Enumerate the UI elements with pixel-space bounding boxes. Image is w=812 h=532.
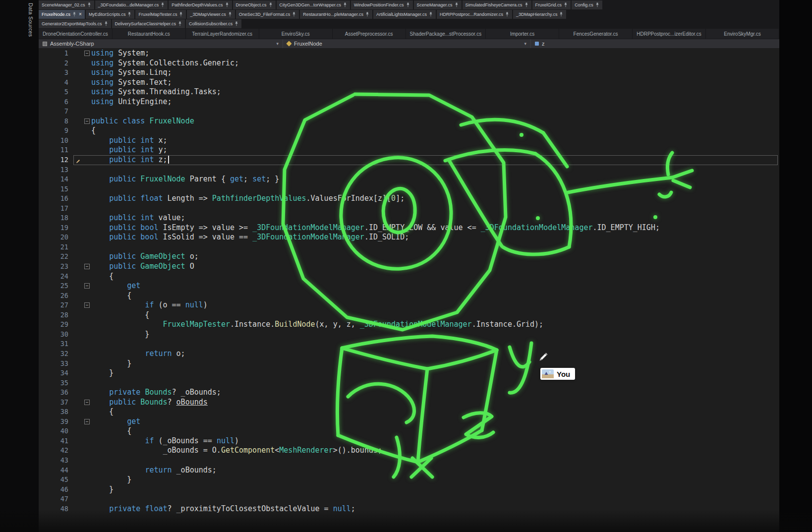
tab-shaderpackage-stprocessor-cs[interactable]: ShaderPackage...stProcessor.cs [406,29,486,39]
line-number[interactable]: 19 [39,223,73,233]
code-line-40[interactable]: 40 { [39,426,779,436]
line-number[interactable]: 16 [39,194,73,204]
pin-icon[interactable] [292,12,296,17]
tab-fruxelgrid-cs[interactable]: FruxelGrid.cs [532,0,571,9]
code-line-29[interactable]: 29 FruxelMapTester.Instance.BuildNode(x,… [39,320,779,330]
tab-simulatedfisheyecamera-cs[interactable]: SimulatedFisheyeCamera.cs [463,0,531,9]
line-number[interactable]: 23 [39,262,73,272]
line-number[interactable]: 1 [39,49,73,59]
code-line-35[interactable]: 35 [39,378,779,388]
tab-hdrppostproc-izereditor-cs[interactable]: HDRPPostproc...izerEditor.cs [633,29,706,39]
tab-config-cs[interactable]: Config.cs [572,0,602,9]
line-number[interactable]: 26 [39,291,73,301]
code-line-24[interactable]: 24 { [39,272,779,282]
line-number[interactable]: 28 [39,310,73,320]
code-line-36[interactable]: 36 private Bounds? _oBounds; [39,388,779,398]
code-line-34[interactable]: 34 } [39,368,779,378]
code-line-22[interactable]: 22 public GameObject o; [39,252,779,262]
tab-assetpreprocessor-cs[interactable]: AssetPreprocessor.cs [333,29,406,39]
line-number[interactable]: 21 [39,242,73,252]
line-number[interactable]: 32 [39,349,73,359]
line-number[interactable]: 3 [39,68,73,78]
fold-marker[interactable]: − [84,302,90,308]
tab-droneobject-cs[interactable]: DroneObject.cs [233,0,276,9]
code-line-44[interactable]: 44 return _oBounds; [39,466,779,475]
tab-artificiallightsmanager-cs[interactable]: ArtificialLightsManager.cs [373,10,436,19]
tab-myeditorscripts-cs[interactable]: MyEditorScripts.cs [86,10,135,19]
code-line-15[interactable]: 15 [39,184,779,194]
line-number[interactable]: 9 [39,126,73,136]
line-number[interactable]: 20 [39,233,73,242]
line-number[interactable]: 42 [39,446,73,456]
tab-hdrppostproc-randomizer-cs[interactable]: HDRPPostproc...Randomizer.cs [437,10,512,19]
line-number[interactable]: 7 [39,107,73,117]
tab-onesec3d-fileformat-cs[interactable]: OneSec3D_FileFormat.cs [236,10,299,19]
code-line-39[interactable]: 39− get [39,417,779,427]
tab-fencesgenerator-cs[interactable]: FencesGenerator.cs [559,29,633,39]
code-line-47[interactable]: 47 [39,494,779,504]
pin-icon[interactable] [524,2,528,7]
tab-citygen3dgen-torwrapper-cs[interactable]: CityGen3DGen...torWrapper.cs [277,0,350,9]
code-line-7[interactable]: 7 [39,107,779,117]
pin-icon[interactable] [87,2,91,7]
code-line-25[interactable]: 25− get [39,281,779,291]
code-line-38[interactable]: 38 { [39,407,779,417]
line-number[interactable]: 30 [39,330,73,340]
code-line-30[interactable]: 30 } [39,330,779,340]
breadcrumb-project-dropdown[interactable]: Assembly-CSharp ▾ [39,39,283,48]
line-number[interactable]: 35 [39,378,73,388]
line-number[interactable]: 12 [39,155,73,165]
pin-icon[interactable] [343,2,347,7]
code-line-17[interactable]: 17 [39,204,779,214]
code-line-21[interactable]: 21 [39,242,779,252]
line-number[interactable]: 8 [39,117,73,126]
tab--3dmaphierarchy-cs[interactable]: _3DMapHierarchy.cs [513,10,566,19]
code-line-4[interactable]: 4using System.Text; [39,78,779,88]
code-line-5[interactable]: 5using System.Threading.Tasks; [39,87,779,97]
tab-restauranthook-cs[interactable]: RestaurantHook.cs [113,29,186,39]
code-line-13[interactable]: 13 [39,165,779,175]
tab-deliverysurfaceclasshelper-cs[interactable]: DeliverySurfaceClassHelper.cs [112,19,185,28]
tab-enviroskymgr-cs[interactable]: EnviroSkyMgr.cs [706,29,779,39]
code-line-23[interactable]: 23− public GameObject O [39,262,779,272]
tab-windowpositionfinder-cs[interactable]: WindowPositionFinder.cs [351,0,413,9]
code-line-3[interactable]: 3using System.Linq; [39,68,779,78]
tab-envirosky-cs[interactable]: EnviroSky.cs [259,29,333,39]
line-number[interactable]: 11 [39,145,73,155]
code-line-28[interactable]: 28 { [39,310,779,320]
line-number[interactable]: 45 [39,475,73,485]
line-number[interactable]: 13 [39,165,73,175]
code-line-20[interactable]: 20 public bool IsSolid => value == _3DFo… [39,233,779,242]
pin-icon[interactable] [429,12,433,17]
tab-droneorientationcontroller-cs[interactable]: DroneOrientationController.cs [39,29,113,39]
breadcrumb-type-dropdown[interactable]: FruxelNode ▾ [283,39,530,48]
sidebar-tab-data-sources[interactable]: Data Sources [28,3,34,37]
fold-marker[interactable]: − [84,283,90,289]
code-line-41[interactable]: 41 if (_oBounds == null) [39,436,779,446]
pin-icon[interactable] [234,21,238,26]
fold-marker[interactable]: − [84,419,90,424]
line-number[interactable]: 34 [39,368,73,378]
tab-importer-cs[interactable]: Importer.cs [486,29,559,39]
chevron-down-icon[interactable]: ▾ [524,41,526,46]
code-line-26[interactable]: 26 { [39,291,779,301]
fold-marker[interactable]: − [84,118,90,124]
line-number[interactable]: 47 [39,494,73,504]
line-number[interactable]: 27 [39,300,73,310]
pin-icon[interactable] [179,12,183,17]
pin-icon[interactable] [104,21,108,26]
line-number[interactable]: 37 [39,398,73,408]
code-line-31[interactable]: 31 [39,339,779,349]
pin-icon[interactable] [455,2,459,7]
pin-icon[interactable] [228,12,232,17]
pin-icon[interactable] [564,2,568,7]
code-line-45[interactable]: 45 } [39,475,779,485]
code-line-37[interactable]: 37− public Bounds? oBounds [39,398,779,408]
code-line-12[interactable]: 12 public int z; [39,155,779,165]
chevron-down-icon[interactable]: ▾ [276,41,279,46]
line-number[interactable]: 2 [39,59,73,68]
pin-icon[interactable] [559,12,563,17]
pin-icon[interactable] [127,12,131,17]
code-line-9[interactable]: 9{ [39,126,779,136]
pin-icon[interactable] [225,2,229,7]
